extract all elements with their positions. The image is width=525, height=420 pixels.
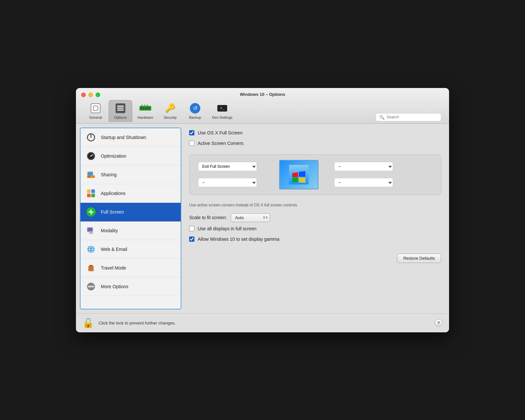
sidebar-item-sharing[interactable]: Sharing xyxy=(81,166,181,184)
window-title: Windows 10 – Options xyxy=(240,92,285,97)
svg-rect-0 xyxy=(93,106,98,111)
corner-bottom-left-select[interactable]: – xyxy=(198,178,257,187)
restore-defaults-button[interactable]: Restore Defaults xyxy=(397,254,441,263)
help-label: ? xyxy=(437,321,440,325)
corners-section: Exit Full Screen xyxy=(189,154,441,195)
corner-bottom-left-wrapper: – xyxy=(198,178,263,187)
sidebar-label-applications: Applications xyxy=(101,191,126,196)
toolbar-label-dev-settings: Dev Settings xyxy=(212,115,232,119)
lock-icon[interactable]: 🔓 xyxy=(82,318,94,328)
corner-bottom-right-select[interactable]: – xyxy=(334,178,393,187)
optimization-icon xyxy=(86,151,96,161)
allow-gamma-row: Allow Windows 10 to set display gamma xyxy=(189,236,441,242)
close-button[interactable] xyxy=(81,93,86,97)
svg-rect-21 xyxy=(91,189,95,193)
all-displays-row: Use all displays in full screen xyxy=(189,226,441,231)
windows-logo-cell xyxy=(279,160,318,189)
toolbar-item-backup[interactable]: ↺ Backup xyxy=(183,100,207,122)
corner-top-left-wrapper: Exit Full Screen xyxy=(198,162,263,171)
sidebar-item-startup[interactable]: Startup and Shutdown xyxy=(81,128,181,147)
corner-top-right-wrapper: – xyxy=(334,162,400,171)
toolbar-item-security[interactable]: 🔑 Security xyxy=(158,100,182,122)
all-displays-checkbox[interactable] xyxy=(189,226,194,231)
sidebar-label-sharing: Sharing xyxy=(101,172,117,177)
corner-top-right-select[interactable]: – xyxy=(334,162,393,171)
bottom-bar: 🔓 Click the lock to prevent further chan… xyxy=(76,313,449,332)
svg-rect-4 xyxy=(145,107,146,110)
corner-bottom-right-wrapper: – xyxy=(334,178,400,187)
sidebar-item-fullscreen[interactable]: Full Screen xyxy=(81,203,181,221)
svg-rect-22 xyxy=(87,194,91,197)
svg-rect-29 xyxy=(88,228,92,231)
hint-text: Use active screen corners instead of OS … xyxy=(189,203,441,207)
search-bar[interactable]: 🔍 xyxy=(376,113,441,121)
svg-point-41 xyxy=(88,286,90,287)
sidebar-item-applications[interactable]: Applications xyxy=(81,184,181,203)
security-icon: 🔑 xyxy=(164,102,176,114)
toolbar-item-hardware[interactable]: Hardware xyxy=(134,100,157,122)
sidebar-item-modality[interactable]: Modality xyxy=(81,221,181,240)
main-window: Windows 10 – Options General xyxy=(76,88,449,332)
allow-gamma-checkbox[interactable] xyxy=(189,236,194,242)
sidebar-item-more-options[interactable]: More Options xyxy=(81,277,181,296)
toolbar-items: General Options xyxy=(81,100,376,123)
svg-rect-37 xyxy=(89,265,93,267)
corner-top-left-select[interactable]: Exit Full Screen xyxy=(198,162,257,171)
osx-fullscreen-checkbox[interactable] xyxy=(189,130,194,135)
help-button[interactable]: ? xyxy=(435,319,443,327)
sidebar: Startup and Shutdown Optimization xyxy=(80,128,181,309)
svg-rect-6 xyxy=(149,107,150,110)
sidebar-label-startup: Startup and Shutdown xyxy=(101,135,146,140)
sidebar-label-fullscreen: Full Screen xyxy=(101,209,124,215)
fullscreen-icon xyxy=(86,207,96,217)
allow-gamma-label: Allow Windows 10 to set display gamma xyxy=(198,236,280,242)
sharing-icon xyxy=(86,169,96,180)
svg-rect-7 xyxy=(141,105,143,106)
svg-point-39 xyxy=(90,268,92,270)
traffic-lights xyxy=(81,93,100,97)
toolbar-label-hardware: Hardware xyxy=(137,115,153,119)
more-options-icon xyxy=(86,281,96,292)
options-icon xyxy=(115,102,126,114)
windows-logo xyxy=(279,160,318,189)
svg-rect-17 xyxy=(88,172,93,175)
toolbar-label-options: Options xyxy=(114,115,127,119)
svg-rect-20 xyxy=(87,189,91,193)
main-inner: Use OS X Full Screen Active Screen Corne… xyxy=(189,130,441,267)
scale-label: Scale to fit screen: xyxy=(189,215,227,220)
svg-marker-48 xyxy=(299,177,305,183)
svg-point-43 xyxy=(92,286,94,287)
svg-rect-9 xyxy=(147,105,148,106)
scale-select-wrapper[interactable]: Auto xyxy=(231,213,270,222)
toolbar-item-dev-settings[interactable]: >_ Dev Settings xyxy=(208,100,236,122)
maximize-button[interactable] xyxy=(96,93,100,97)
svg-rect-3 xyxy=(143,107,144,110)
screen-corners-row: Active Screen Corners xyxy=(189,141,441,146)
svg-rect-19 xyxy=(88,176,90,177)
search-icon: 🔍 xyxy=(379,115,385,120)
restore-row: Restore Defaults xyxy=(189,254,441,267)
screen-corners-checkbox[interactable] xyxy=(189,141,194,146)
osx-fullscreen-row: Use OS X Full Screen xyxy=(189,130,441,135)
svg-point-42 xyxy=(90,286,92,287)
general-icon xyxy=(90,102,101,114)
osx-fullscreen-label: Use OS X Full Screen xyxy=(198,130,243,135)
scale-select[interactable]: Auto xyxy=(231,213,270,222)
lock-text: Click the lock to prevent further change… xyxy=(99,321,430,325)
sidebar-label-optimization: Optimization xyxy=(101,153,126,159)
scale-row: Scale to fit screen: Auto xyxy=(189,213,441,222)
toolbar-label-backup: Backup xyxy=(189,115,201,119)
toolbar-label-security: Security xyxy=(164,115,177,119)
toolbar-item-options[interactable]: Options xyxy=(109,100,132,122)
search-input[interactable] xyxy=(387,115,438,119)
sidebar-item-optimization[interactable]: Optimization xyxy=(81,147,181,166)
search-input-wrapper[interactable]: 🔍 xyxy=(376,113,441,121)
minimize-button[interactable] xyxy=(88,93,93,97)
modality-icon xyxy=(86,225,96,236)
sidebar-label-web-email: Web & Email xyxy=(101,247,127,252)
sidebar-item-web-email[interactable]: Web & Email xyxy=(81,240,181,259)
toolbar-item-general[interactable]: General xyxy=(84,100,107,122)
sidebar-item-travel-mode[interactable]: Travel Mode xyxy=(81,259,181,277)
svg-rect-30 xyxy=(89,231,93,234)
toolbar: General Options xyxy=(81,100,444,123)
